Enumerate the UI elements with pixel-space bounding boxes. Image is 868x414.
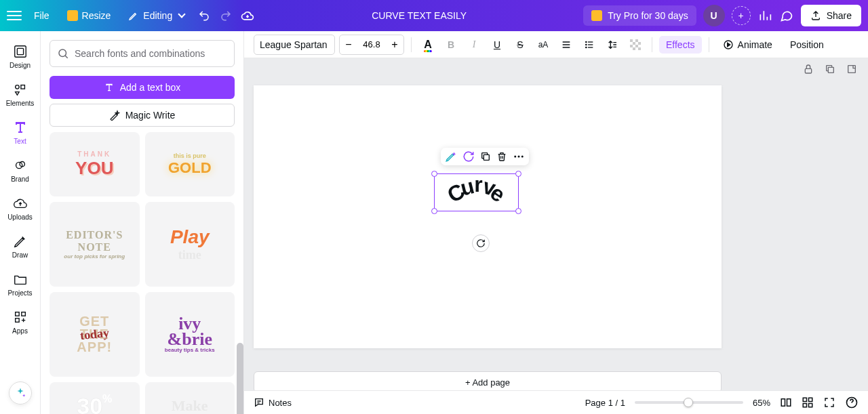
duplicate-icon[interactable] xyxy=(480,151,491,162)
rail-elements[interactable]: Elements xyxy=(0,76,40,112)
add-member-button[interactable]: + xyxy=(732,6,751,25)
rail-projects[interactable]: Projects xyxy=(0,266,40,302)
font-size-stepper[interactable]: − + xyxy=(339,35,404,55)
upload-icon xyxy=(810,10,821,21)
underline-button[interactable]: U xyxy=(488,35,507,54)
text-template[interactable]: this is pure GOLD xyxy=(145,132,235,196)
help-icon[interactable] xyxy=(845,396,859,409)
edit-icon[interactable] xyxy=(445,150,457,163)
italic-button[interactable]: I xyxy=(465,35,484,54)
transparency-button[interactable] xyxy=(626,35,645,54)
font-size-decrease[interactable]: − xyxy=(340,35,357,54)
add-page-button[interactable]: + Add page xyxy=(254,371,722,390)
curved-text[interactable]: Curve xyxy=(438,176,514,201)
text-template[interactable]: ivy &brie beauty tips & tricks xyxy=(145,292,235,377)
notes-button[interactable]: Notes xyxy=(254,397,292,408)
text-template[interactable]: 30% xyxy=(50,382,140,414)
share-button[interactable]: Share xyxy=(801,5,861,26)
crown-icon xyxy=(67,10,78,21)
svg-rect-7 xyxy=(21,312,25,316)
editing-dropdown[interactable]: Editing xyxy=(123,6,190,25)
text-template[interactable]: Play time xyxy=(145,202,235,287)
add-text-box-button[interactable]: Add a text box xyxy=(50,76,235,99)
menu-icon[interactable] xyxy=(7,8,22,23)
more-icon[interactable] xyxy=(513,150,525,163)
rail-apps[interactable]: Apps xyxy=(0,304,40,340)
rotate-handle[interactable] xyxy=(472,234,490,252)
page-indicator: Page 1 / 1 xyxy=(585,398,625,408)
sparkle-icon xyxy=(14,387,26,399)
font-size-increase[interactable]: + xyxy=(386,35,403,54)
document-title[interactable]: CURVE TEXT EASILY xyxy=(372,10,467,21)
svg-rect-14 xyxy=(630,39,633,42)
sync-icon[interactable] xyxy=(462,150,475,163)
add-page-icon[interactable] xyxy=(846,64,859,76)
effects-button[interactable]: Effects xyxy=(659,36,702,54)
grid-view-icon[interactable] xyxy=(802,396,814,409)
bold-button[interactable]: B xyxy=(441,35,460,54)
comment-icon[interactable] xyxy=(779,8,794,23)
delete-icon[interactable] xyxy=(496,151,507,162)
fullscreen-icon[interactable] xyxy=(823,396,835,409)
design-icon xyxy=(12,43,28,60)
zoom-slider[interactable] xyxy=(635,401,743,404)
rail-draw[interactable]: Draw xyxy=(0,228,40,264)
rail-text[interactable]: Text xyxy=(0,114,40,150)
file-menu[interactable]: File xyxy=(28,6,55,25)
rail-label: Uploads xyxy=(7,213,33,221)
rail-label: Apps xyxy=(12,327,28,335)
lock-icon[interactable] xyxy=(803,64,815,76)
spacing-button[interactable] xyxy=(603,35,622,54)
template-grid: THANK YOU this is pure GOLD EDITOR'S NOT… xyxy=(41,127,243,414)
svg-rect-3 xyxy=(20,85,24,89)
insights-icon[interactable] xyxy=(757,8,772,23)
rail-label: Projects xyxy=(7,289,32,297)
scrollbar[interactable] xyxy=(237,343,243,414)
svg-rect-21 xyxy=(638,47,641,50)
svg-point-2 xyxy=(15,85,19,89)
rail-design[interactable]: Design xyxy=(0,38,40,75)
text-template[interactable]: Make xyxy=(145,382,235,414)
bottom-bar: Notes Page 1 / 1 65% xyxy=(244,390,868,414)
text-template[interactable]: GETTHEAPP! today xyxy=(50,292,140,377)
bullet-list-button[interactable] xyxy=(580,35,599,54)
floating-toolbar xyxy=(441,148,529,165)
rotate-icon xyxy=(476,239,486,248)
animate-button[interactable]: Animate xyxy=(716,36,779,54)
magic-write-button[interactable]: Magic Write xyxy=(50,104,235,127)
text-color-button[interactable]: A xyxy=(418,35,437,54)
font-size-input[interactable] xyxy=(357,39,386,49)
undo-button[interactable] xyxy=(197,8,212,23)
magic-sparkle-button[interactable] xyxy=(9,381,32,405)
text-template[interactable]: THANK YOU xyxy=(50,132,140,196)
svg-point-27 xyxy=(514,156,516,158)
text-template[interactable]: EDITOR'S NOTE our top picks for spring xyxy=(50,202,140,287)
svg-rect-0 xyxy=(14,46,26,58)
duplicate-page-icon[interactable] xyxy=(825,64,837,76)
search-input[interactable]: Search fonts and combinations xyxy=(50,40,235,67)
alignment-button[interactable] xyxy=(557,35,576,54)
rail-brand[interactable]: Brand xyxy=(0,152,40,188)
rail-label: Elements xyxy=(6,100,35,107)
resize-button[interactable]: Resize xyxy=(62,6,117,25)
svg-rect-17 xyxy=(638,42,641,45)
page-canvas[interactable] xyxy=(254,85,722,348)
rail-uploads[interactable]: Uploads xyxy=(0,190,40,226)
font-family-dropdown[interactable]: League Spartan xyxy=(254,35,335,55)
redo-button[interactable] xyxy=(218,8,233,23)
uppercase-button[interactable]: aA xyxy=(534,35,553,54)
page-view-icon[interactable] xyxy=(780,396,792,409)
strikethrough-button[interactable]: S xyxy=(511,35,530,54)
rail-label: Brand xyxy=(11,175,29,183)
topbar: File Resize Editing CURVE TEXT EASILY Tr… xyxy=(0,0,868,31)
position-button[interactable]: Position xyxy=(783,36,831,54)
svg-point-9 xyxy=(59,49,66,57)
avatar[interactable]: U xyxy=(703,5,725,26)
side-panel: Search fonts and combinations Add a text… xyxy=(41,31,244,414)
try-pro-button[interactable]: Try Pro for 30 days xyxy=(583,5,696,26)
svg-rect-6 xyxy=(15,312,19,316)
cloud-sync-icon[interactable] xyxy=(240,8,255,23)
brand-icon xyxy=(12,157,28,173)
svg-rect-30 xyxy=(781,399,785,407)
canvas-area[interactable]: Curve + Add page xyxy=(244,58,868,390)
